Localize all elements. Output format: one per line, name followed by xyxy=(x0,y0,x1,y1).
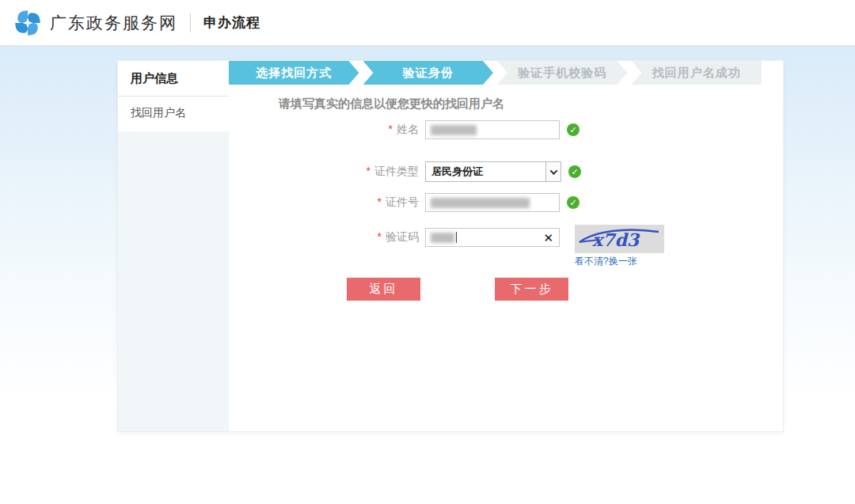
required-marker: * xyxy=(389,123,393,135)
main-area: 选择找回方式 验证身份 验证手机校验码 找回用户名成功 请填写真实的信息以便您更… xyxy=(229,61,783,431)
header-divider xyxy=(190,13,191,32)
captcha-input[interactable]: ✕ xyxy=(425,228,560,247)
next-button[interactable]: 下一步 xyxy=(495,278,568,301)
clear-input-icon[interactable]: ✕ xyxy=(543,232,553,244)
wizard-step-success: 找回用户名成功 xyxy=(632,61,762,85)
name-input[interactable] xyxy=(425,120,560,139)
captcha-label: *验证码 xyxy=(229,230,419,244)
captcha-label-text: 验证码 xyxy=(386,230,419,243)
sidebar-section-title: 用户信息 xyxy=(118,61,229,97)
id-number-label-text: 证件号 xyxy=(386,195,419,208)
id-number-value-redacted xyxy=(431,198,530,208)
required-marker: * xyxy=(378,195,382,208)
page-background: 用户信息 找回用户名 选择找回方式 验证身份 验证手机校验码 找回用户名成功 请… xyxy=(0,46,855,504)
button-row: 返回 下一步 xyxy=(229,278,762,301)
step-wizard: 选择找回方式 验证身份 验证手机校验码 找回用户名成功 xyxy=(229,61,762,85)
captcha-value-redacted xyxy=(431,233,454,243)
form-row-captcha: *验证码 ✕ x7d3 看不清?换一张 xyxy=(229,228,762,247)
select-dropdown-button[interactable] xyxy=(545,162,560,181)
content-panel: 用户信息 找回用户名 选择找回方式 验证身份 验证手机校验码 找回用户名成功 请… xyxy=(117,60,784,432)
captcha-image[interactable]: x7d3 xyxy=(575,225,664,253)
chevron-down-icon xyxy=(549,167,557,175)
id-type-valid-check-icon: ✓ xyxy=(568,165,581,178)
form-row-name: *姓名 ✓ xyxy=(229,120,762,139)
form-row-id-type: *证件类型 居民身份证 ✓ xyxy=(229,161,762,182)
wizard-step-verify-sms: 验证手机校验码 xyxy=(497,61,628,85)
form-row-id-number: *证件号 ✓ xyxy=(229,193,762,212)
page-title: 申办流程 xyxy=(203,13,260,32)
back-button[interactable]: 返回 xyxy=(347,278,420,301)
captcha-refresh-link[interactable]: 看不清?换一张 xyxy=(575,255,637,268)
wizard-step-verify-identity: 验证身份 xyxy=(363,61,494,85)
name-value-redacted xyxy=(431,125,477,135)
id-type-label: *证件类型 xyxy=(229,165,419,179)
site-name[interactable]: 广东政务服务网 xyxy=(50,12,177,34)
id-number-input[interactable] xyxy=(425,193,560,212)
id-number-label: *证件号 xyxy=(229,195,419,210)
wizard-step-choose-method: 选择找回方式 xyxy=(229,61,359,85)
sidebar-item-find-username[interactable]: 找回用户名 xyxy=(118,97,229,131)
name-label: *姓名 xyxy=(229,123,419,137)
name-valid-check-icon: ✓ xyxy=(567,123,580,136)
name-label-text: 姓名 xyxy=(397,123,419,135)
id-type-select[interactable]: 居民身份证 xyxy=(425,161,561,182)
id-type-selected-value: 居民身份证 xyxy=(426,165,545,179)
id-type-label-text: 证件类型 xyxy=(374,165,419,177)
top-header: 广东政务服务网 申办流程 xyxy=(0,0,855,46)
required-marker: * xyxy=(378,230,382,243)
sidebar: 用户信息 找回用户名 xyxy=(118,61,229,431)
id-number-valid-check-icon: ✓ xyxy=(567,196,580,209)
pinwheel-logo-icon[interactable] xyxy=(13,9,42,37)
sidebar-filler xyxy=(118,131,229,431)
form-instruction: 请填写真实的信息以便您更快的找回用户名 xyxy=(279,97,762,112)
captcha-block: x7d3 看不清?换一张 xyxy=(575,225,664,268)
required-marker: * xyxy=(367,165,370,177)
text-cursor xyxy=(456,232,457,243)
